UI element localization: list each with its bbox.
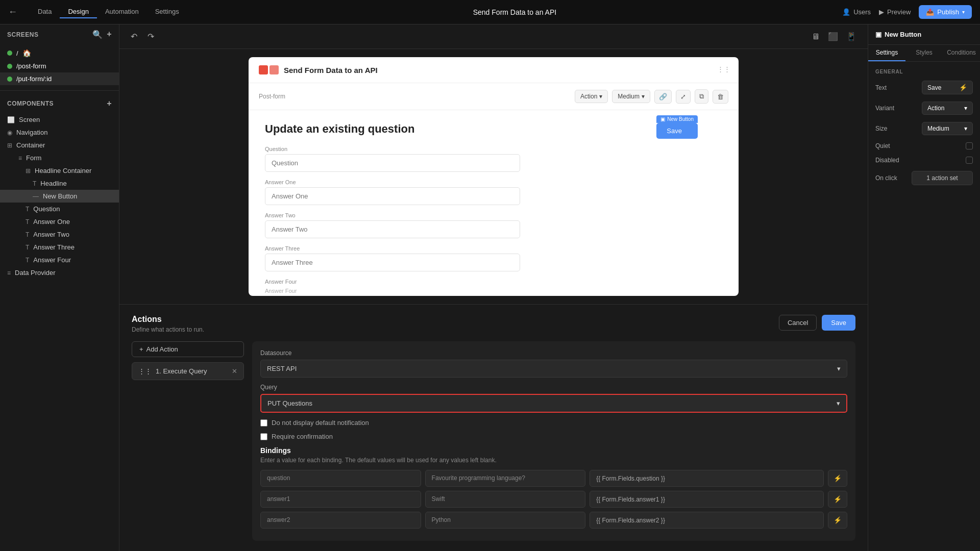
- cancel-button[interactable]: Cancel: [779, 315, 817, 331]
- screen-item-put-form[interactable]: /put-form/:id: [0, 72, 119, 85]
- component-screen[interactable]: ⬜ Screen: [0, 113, 119, 126]
- answer-three-icon: T: [26, 244, 29, 251]
- lightning-button-answer2[interactable]: ⚡: [828, 512, 847, 529]
- search-icon[interactable]: 🔍: [92, 30, 103, 39]
- component-answer-one[interactable]: T Answer One: [0, 215, 119, 228]
- actions-header: Actions Define what actions to run. Canc…: [132, 315, 855, 333]
- add-screen-button[interactable]: +: [107, 30, 112, 39]
- lightning-icon[interactable]: ⚡: [959, 84, 967, 91]
- undo-button[interactable]: ↶: [128, 30, 140, 43]
- binding-default-answer1: Swift: [425, 491, 586, 508]
- form-logo: [259, 65, 279, 74]
- users-button[interactable]: 👤 Users: [842, 8, 871, 16]
- on-click-action-set[interactable]: 1 action set: [912, 171, 973, 185]
- disabled-checkbox[interactable]: [966, 157, 973, 164]
- variant-dropdown[interactable]: Action ▾: [922, 102, 973, 115]
- delete-icon[interactable]: 🗑: [713, 90, 728, 104]
- screen-item-root[interactable]: / 🏠: [0, 46, 119, 60]
- copy-icon[interactable]: ⧉: [695, 89, 708, 104]
- component-headline-container[interactable]: ⊞ Headline Container: [0, 164, 119, 177]
- form-options-icon[interactable]: ⋮⋮: [717, 65, 730, 73]
- lightning-button-answer1[interactable]: ⚡: [828, 491, 847, 508]
- quiet-checkbox[interactable]: [966, 142, 973, 149]
- size-dropdown[interactable]: Medium ▾: [612, 90, 650, 103]
- require-confirmation-checkbox[interactable]: [260, 433, 267, 440]
- back-button[interactable]: ←: [8, 7, 17, 17]
- action-dropdown[interactable]: Action ▾: [575, 90, 608, 103]
- navigation-icon: ◉: [7, 129, 12, 136]
- post-form-label: Post-form: [259, 93, 285, 100]
- container-icon: ⊞: [7, 142, 12, 149]
- form-body: ▣ New Button Save Update an existing que…: [249, 110, 739, 304]
- add-action-button[interactable]: + Add Action: [132, 341, 244, 357]
- field-label-answer-four: Answer Four: [265, 279, 520, 285]
- variant-label: Variant: [875, 105, 894, 112]
- component-container[interactable]: ⊞ Container: [0, 139, 119, 152]
- tab-data[interactable]: Data: [30, 6, 60, 18]
- prop-text: Text Save ⚡: [875, 81, 973, 94]
- main-layout: Screens 🔍 + / 🏠 /post-form /put-form/:id: [0, 24, 980, 551]
- text-input[interactable]: Save ⚡: [922, 81, 973, 94]
- input-answer-one[interactable]: [265, 187, 520, 205]
- component-answer-four[interactable]: T Answer Four: [0, 254, 119, 266]
- binding-value-answer1[interactable]: {{ Form.Fields.answer1 }}: [590, 491, 824, 508]
- actions-body: + Add Action ⋮⋮ 1. Execute Query ✕ Datas…: [132, 341, 855, 541]
- component-answer-two[interactable]: T Answer Two: [0, 228, 119, 241]
- no-notification-checkbox[interactable]: [260, 419, 267, 427]
- tab-styles[interactable]: Styles: [905, 45, 943, 61]
- tab-settings[interactable]: Settings: [868, 45, 905, 61]
- save-button-preview[interactable]: Save: [656, 123, 698, 139]
- component-form[interactable]: ≡ Form: [0, 152, 119, 164]
- action-item-execute-query[interactable]: ⋮⋮ 1. Execute Query ✕: [132, 362, 244, 380]
- link-icon[interactable]: 🔗: [654, 90, 672, 104]
- preview-button[interactable]: ▶ Preview: [879, 8, 911, 16]
- plus-icon: +: [139, 345, 143, 353]
- tab-settings[interactable]: Settings: [147, 6, 187, 18]
- input-question[interactable]: [265, 154, 520, 172]
- binding-row-question: question Favourite programming language?…: [260, 470, 847, 487]
- resize-icon[interactable]: ⤢: [676, 90, 691, 104]
- screens-list: / 🏠 /post-form /put-form/:id: [0, 44, 119, 87]
- query-select[interactable]: PUT Questions ▾: [260, 394, 847, 413]
- component-navigation[interactable]: ◉ Navigation: [0, 126, 119, 139]
- component-new-button[interactable]: — New Button: [0, 190, 119, 203]
- right-sidebar-header: ▣ New Button: [868, 24, 980, 45]
- save-button[interactable]: Save: [822, 315, 855, 331]
- add-component-button[interactable]: +: [107, 99, 112, 108]
- tab-conditions[interactable]: Conditions: [943, 45, 980, 61]
- field-question: Question: [265, 146, 520, 172]
- text-label: Text: [875, 84, 887, 91]
- logo-square-2: [270, 65, 279, 74]
- binding-value-answer2[interactable]: {{ Form.Fields.answer2 }}: [590, 512, 824, 529]
- chevron-down-icon: ▾: [964, 125, 967, 132]
- lightning-button-question[interactable]: ⚡: [828, 470, 847, 487]
- datasource-select[interactable]: REST API ▾: [260, 360, 847, 378]
- component-answer-three[interactable]: T Answer Three: [0, 241, 119, 254]
- screen-item-post-form[interactable]: /post-form: [0, 60, 119, 72]
- canvas-wrapper: ↶ ↷ 🖥 ⬛ 📱 Send Form Da: [119, 24, 868, 551]
- redo-button[interactable]: ↷: [144, 30, 157, 43]
- logo-square-1: [259, 65, 268, 74]
- form-canvas: Send Form Data to an API ⋮⋮ Post-form Ac…: [249, 57, 739, 296]
- publish-button[interactable]: 📤 Publish ▾: [919, 5, 972, 19]
- component-data-provider[interactable]: ≡ Data Provider: [0, 266, 119, 279]
- no-notification-row: Do not display default notification: [260, 419, 847, 427]
- mobile-view-button[interactable]: 📱: [843, 30, 860, 43]
- form-heading: Update an existing question: [265, 122, 520, 136]
- data-provider-icon: ≡: [7, 269, 11, 277]
- button-overlay: ▣ New Button Save: [656, 115, 698, 139]
- field-label-answer-three: Answer Three: [265, 245, 520, 252]
- action-controls: Action ▾ Medium ▾ 🔗 ⤢ ⧉ 🗑: [575, 89, 728, 104]
- component-headline[interactable]: T Headline: [0, 177, 119, 190]
- tablet-view-button[interactable]: ⬛: [825, 30, 841, 43]
- component-question[interactable]: T Question: [0, 203, 119, 215]
- size-dropdown[interactable]: Medium ▾: [922, 122, 973, 135]
- tab-design[interactable]: Design: [60, 6, 96, 18]
- desktop-view-button[interactable]: 🖥: [808, 30, 823, 43]
- binding-value-question[interactable]: {{ Form.Fields.question }}: [590, 470, 824, 487]
- remove-action-button[interactable]: ✕: [232, 367, 237, 375]
- tab-automation[interactable]: Automation: [97, 6, 147, 18]
- input-answer-three[interactable]: [265, 254, 520, 271]
- size-label: Size: [875, 125, 887, 132]
- input-answer-two[interactable]: [265, 220, 520, 238]
